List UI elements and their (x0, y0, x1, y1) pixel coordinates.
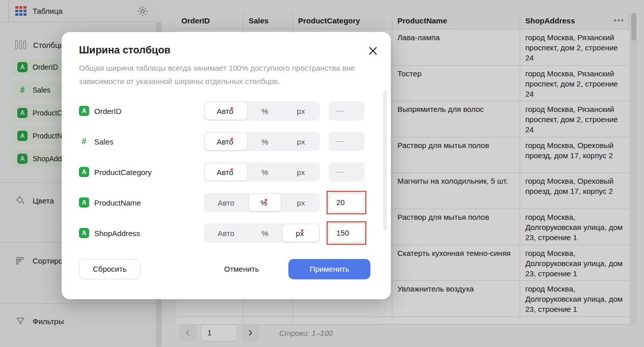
column-width-row: AShopAddressАвто%px150 (79, 223, 373, 243)
string-field-icon: A (79, 197, 89, 208)
cancel-button[interactable]: Отменить (219, 259, 264, 279)
unit-option-percent[interactable]: % (248, 193, 282, 212)
string-field-icon: A (79, 167, 89, 177)
unit-option-auto[interactable]: Авто (204, 193, 248, 212)
annotation-highlight (327, 221, 366, 245)
unit-segmented-control: Авто%px (204, 223, 320, 243)
column-width-row: AProductNameАвто%px20 (79, 193, 373, 212)
unit-option-px[interactable]: px (282, 193, 320, 212)
unit-option-auto[interactable]: Авто (204, 132, 248, 151)
field-label: AOrderID (79, 106, 204, 116)
column-width-row: AOrderIDАвто%px— (79, 101, 373, 121)
unit-option-px[interactable]: px (282, 162, 320, 182)
unit-option-percent[interactable]: % (248, 101, 282, 121)
unit-option-px[interactable]: px (282, 223, 320, 243)
modal-scrollbar[interactable] (383, 91, 387, 230)
unit-segmented-control: Авто%px (204, 101, 320, 121)
column-width-row: #SalesАвто%px— (79, 132, 373, 151)
width-value-input[interactable]: 150 (329, 223, 364, 243)
width-value-disabled: — (329, 132, 364, 151)
modal-description: Общая ширина таблицы всегда занимает 100… (79, 62, 370, 88)
field-label: AProductName (79, 197, 204, 208)
unit-option-px[interactable]: px (282, 132, 320, 151)
unit-segmented-control: Авто%px (204, 193, 320, 212)
unit-option-auto[interactable]: Авто (204, 162, 248, 182)
string-field-icon: A (79, 106, 89, 116)
width-value-disabled: — (329, 101, 364, 121)
unit-option-percent[interactable]: % (248, 223, 282, 243)
width-value-disabled: — (329, 162, 364, 182)
close-icon[interactable] (367, 45, 379, 56)
unit-option-percent[interactable]: % (248, 162, 282, 182)
unit-option-percent[interactable]: % (248, 132, 282, 151)
unit-option-auto[interactable]: Авто (204, 101, 248, 121)
modal-footer: Сбросить Отменить Применить (62, 259, 391, 279)
modal-title: Ширина столбцов (79, 44, 171, 56)
column-width-modal: Ширина столбцов Общая ширина таблицы все… (62, 32, 391, 299)
field-label: #Sales (79, 137, 204, 146)
app-window: Таблица Столбцы A OrderID # Sales A Prod… (0, 0, 644, 347)
unit-segmented-control: Авто%px (204, 132, 320, 151)
unit-option-px[interactable]: px (282, 101, 320, 121)
apply-button[interactable]: Применить (288, 259, 370, 279)
unit-option-auto[interactable]: Авто (204, 223, 248, 243)
string-field-icon: A (79, 228, 89, 238)
number-field-icon: # (79, 137, 89, 146)
field-label: AShopAddress (79, 228, 204, 238)
reset-button[interactable]: Сбросить (79, 259, 141, 279)
width-value-input[interactable]: 20 (329, 193, 364, 212)
field-label: AProductCategory (79, 167, 204, 177)
unit-segmented-control: Авто%px (204, 162, 320, 182)
column-width-row: AProductCategoryАвто%px— (79, 162, 373, 182)
annotation-highlight (327, 191, 366, 214)
